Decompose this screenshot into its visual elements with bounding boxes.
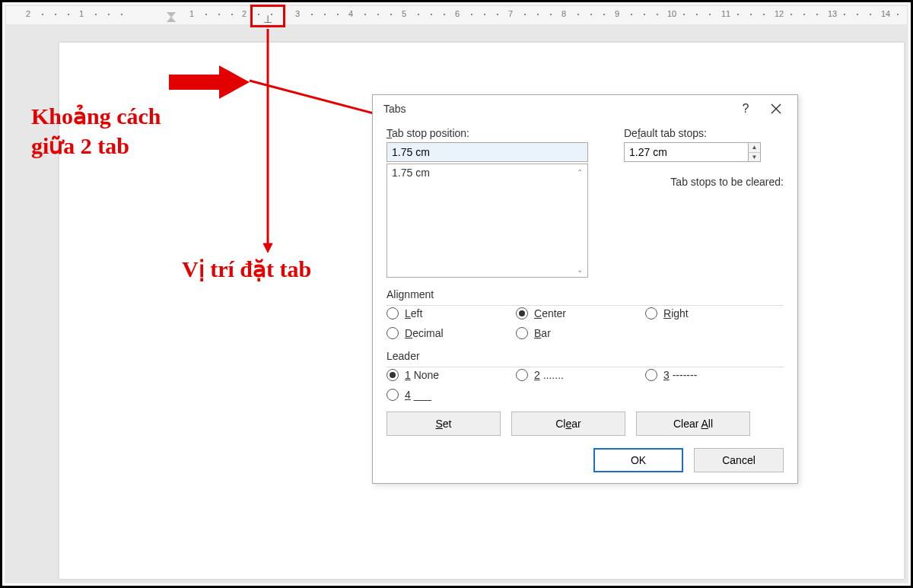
horizontal-ruler[interactable]: 211234567891011121314 <box>6 6 907 24</box>
ruler-number: 11 <box>721 9 730 18</box>
scroll-up-icon[interactable]: ⌃ <box>573 165 587 179</box>
default-tab-stops-input[interactable] <box>625 143 748 161</box>
alignment-right-radio[interactable]: Right <box>645 307 775 319</box>
ok-button[interactable]: OK <box>593 448 683 472</box>
ruler-number: 7 <box>508 9 513 18</box>
indent-marker[interactable] <box>167 12 176 22</box>
app-background: 211234567891011121314 ⊥ Khoảng cách giữa… <box>5 5 908 583</box>
annotation-position-label: Vị trí đặt tab <box>182 256 311 282</box>
leader-section-label: Leader <box>387 350 784 362</box>
ruler-number: 8 <box>561 9 566 18</box>
alignment-center-radio[interactable]: Center <box>516 307 645 319</box>
ruler-number: 1 <box>79 9 84 18</box>
alignment-radio-group: Left Center Right Decimal Bar <box>387 307 784 339</box>
ruler-number: 1 <box>189 9 194 18</box>
alignment-bar-radio[interactable]: Bar <box>516 327 645 339</box>
ruler-number: 14 <box>881 9 890 18</box>
annotation-red-box: ⊥ <box>250 5 285 27</box>
tab-marker-icon: ⊥ <box>263 13 272 25</box>
annotation-distance-label: Khoảng cách giữa 2 tab <box>31 101 161 161</box>
scroll-down-icon[interactable]: ⌄ <box>573 262 587 276</box>
ruler-number: 4 <box>348 9 353 18</box>
spinner-down-icon[interactable]: ▼ <box>749 153 760 162</box>
close-button[interactable] <box>761 97 791 120</box>
dialog-titlebar[interactable]: Tabs ? <box>373 95 797 122</box>
leader-divider <box>387 367 784 367</box>
leader-none-radio[interactable]: 1 None <box>387 369 516 381</box>
leader-radio-group: 1 None 2 ....... 3 ------- 4 ___ <box>387 369 784 401</box>
set-button[interactable]: Set <box>387 412 501 436</box>
ruler-number: 6 <box>455 9 460 18</box>
default-tab-stops-label: Default tab stops: <box>624 127 784 139</box>
close-icon <box>771 103 781 114</box>
dialog-title: Tabs <box>383 103 730 115</box>
annotation-big-arrow <box>169 67 253 96</box>
spinner-up-icon[interactable]: ▲ <box>749 143 760 153</box>
alignment-divider <box>387 305 784 306</box>
cancel-button[interactable]: Cancel <box>694 448 784 472</box>
clear-all-button[interactable]: Clear All <box>636 412 750 436</box>
leader-dots-radio[interactable]: 2 ....... <box>516 369 645 381</box>
alignment-left-radio[interactable]: Left <box>387 307 516 319</box>
help-button[interactable]: ? <box>730 97 761 120</box>
leader-dashes-radio[interactable]: 3 ------- <box>645 369 775 381</box>
ruler-number: 5 <box>402 9 406 18</box>
tab-stop-position-label: Tab stop position: <box>387 127 588 139</box>
leader-underline-radio[interactable]: 4 ___ <box>387 389 516 401</box>
list-item[interactable]: 1.75 cm <box>387 164 587 181</box>
alignment-section-label: Alignment <box>387 288 784 300</box>
ruler-number: 2 <box>26 9 30 18</box>
clear-button[interactable]: Clear <box>511 412 625 436</box>
ruler-number: 13 <box>828 9 837 18</box>
default-tab-stops-spinner[interactable]: ▲ ▼ <box>624 142 761 162</box>
tab-stops-cleared-label: Tab stops to be cleared: <box>624 176 784 188</box>
tabs-dialog: Tabs ? Tab stop position: 1.75 cm ⌃ ⌄ <box>372 94 798 484</box>
ruler-number: 2 <box>242 9 247 18</box>
ruler-number: 10 <box>667 9 676 18</box>
ruler-number: 12 <box>775 9 784 18</box>
alignment-decimal-radio[interactable]: Decimal <box>387 327 516 339</box>
tab-stop-position-input[interactable] <box>387 142 588 162</box>
tab-stop-list[interactable]: 1.75 cm ⌃ ⌄ <box>387 164 588 278</box>
ruler-number: 9 <box>615 9 619 18</box>
ruler-number: 3 <box>295 9 300 18</box>
